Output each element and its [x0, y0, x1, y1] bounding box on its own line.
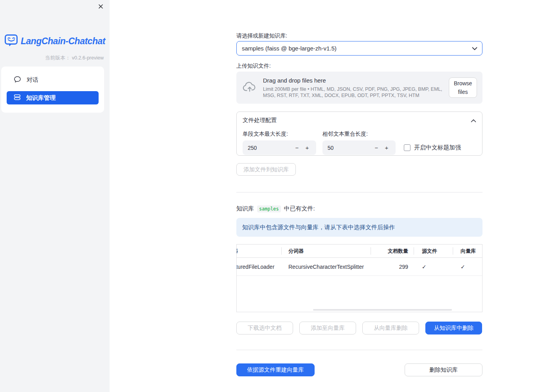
file-config-title: 文件处理配置 — [243, 117, 277, 124]
table-horizontal-scrollbar[interactable] — [313, 309, 452, 311]
download-selected-button[interactable]: 下载选中文档 — [236, 322, 293, 334]
column-header-vector-store[interactable]: 向量库 — [453, 245, 482, 257]
chunk-overlap-increment-button[interactable]: + — [382, 144, 392, 151]
kb-files-table[interactable]: 文档加载器 分词器 文档数量 源文件 向量库 UnstructuredFileL… — [236, 244, 482, 312]
app-title: LangChain-Chatchat — [21, 36, 105, 47]
cell-loader[interactable]: UnstructuredFileLoader — [237, 258, 282, 275]
zh-title-enhance-label: 开启中文标题加强 — [414, 144, 461, 151]
column-header-splitter[interactable]: 分词器 — [282, 245, 371, 257]
file-config-labels: 单段文本最大长度: 相邻文本重合长度: — [243, 131, 476, 137]
chevron-down-icon — [472, 45, 477, 52]
close-icon — [98, 4, 104, 11]
version-value: v0.2.6-preview — [72, 55, 104, 61]
chunk-overlap-label: 相邻文本重合长度: — [322, 131, 368, 137]
add-to-vector-store-button[interactable]: 添加至向量库 — [299, 322, 356, 334]
file-action-buttons: 下载选中文档 添加至向量库 从向量库删除 从知识库中删除 — [236, 322, 482, 334]
sidebar-nav: 对话 知识库管理 — [1, 67, 104, 113]
chunk-overlap-decrement-button[interactable]: − — [371, 144, 382, 151]
browse-files-button[interactable]: Browse files — [449, 77, 477, 98]
dropzone-title: Drag and drop files here — [263, 77, 445, 84]
delete-from-vector-store-button[interactable]: 从向量库删除 — [362, 322, 419, 334]
sidebar-item-label: 知识库管理 — [26, 94, 56, 102]
stacked-collection-icon — [14, 94, 21, 102]
sidebar-item-knowledge-base[interactable]: 知识库管理 — [7, 91, 99, 104]
column-header-loader[interactable]: 文档加载器 — [237, 245, 282, 257]
checkmark-icon: ✓ — [422, 264, 427, 270]
table-row[interactable]: UnstructuredFileLoader RecursiveCharacte… — [237, 258, 482, 276]
sidebar: LangChain-Chatchat 当前版本： v0.2.6-preview … — [0, 0, 110, 392]
version-info: 当前版本： v0.2.6-preview — [45, 54, 104, 61]
zh-title-enhance-checkbox[interactable]: 开启中文标题加强 — [404, 144, 461, 151]
kb-line-prefix: 知识库 — [236, 205, 254, 212]
kb-selectbox-value: samples (faiss @ bge-large-zh-v1.5) — [242, 45, 472, 52]
chat-bubble-icon — [14, 76, 21, 84]
file-dropzone[interactable]: Drag and drop files here Limit 200MB per… — [236, 72, 482, 104]
kb-name-code: samples — [257, 205, 281, 212]
checkbox-box[interactable] — [404, 144, 410, 151]
dropzone-limit-text: Limit 200MB per file • HTML, MD, JSON, C… — [263, 86, 445, 99]
info-alert: 知识库中包含源文件与向量库，请从下表中选择文件后操作 — [236, 218, 482, 237]
sidebar-close-button[interactable] — [97, 3, 104, 11]
chat-smiley-logo-icon — [5, 34, 18, 48]
checkmark-icon: ✓ — [461, 264, 465, 270]
app-logo: LangChain-Chatchat — [5, 34, 105, 48]
info-alert-text: 知识库中包含源文件与向量库，请从下表中选择文件后操作 — [242, 224, 395, 231]
sidebar-item-label: 对话 — [27, 76, 38, 84]
rebuild-vector-store-button[interactable]: 依据源文件重建向量库 — [236, 363, 315, 376]
chunk-overlap-value: 50 — [328, 145, 371, 151]
chunk-overlap-input[interactable]: 50 − + — [322, 140, 396, 155]
kb-line-suffix: 中已有文件: — [284, 205, 315, 212]
delete-kb-button[interactable]: 删除知识库 — [405, 363, 482, 376]
file-config-expander-header[interactable]: 文件处理配置 — [243, 117, 476, 124]
main-content: 请选择或新建知识库: samples (faiss @ bge-large-zh… — [236, 0, 482, 376]
cell-splitter[interactable]: RecursiveCharacterTextSplitter — [282, 258, 371, 275]
column-header-doc-count[interactable]: 文档数量 — [371, 245, 414, 257]
cell-source-file-check[interactable]: ✓ — [414, 258, 453, 275]
table-header-row: 文档加载器 分词器 文档数量 源文件 向量库 — [237, 245, 482, 258]
delete-from-kb-button[interactable]: 从知识库中删除 — [425, 322, 482, 334]
sidebar-item-dialogue[interactable]: 对话 — [7, 74, 99, 86]
kb-select-label: 请选择或新建知识库: — [236, 32, 482, 39]
cell-vector-store-check[interactable]: ✓ — [453, 258, 482, 275]
chunk-size-label: 单段文本最大长度: — [243, 131, 322, 137]
add-files-to-kb-button[interactable]: 添加文件到知识库 — [236, 163, 296, 176]
column-header-source-file[interactable]: 源文件 — [414, 245, 453, 257]
file-config-controls: 250 − + 50 − + 开启中文标题加强 — [243, 140, 476, 155]
cloud-upload-icon — [243, 81, 257, 94]
chunk-size-input[interactable]: 250 − + — [243, 140, 316, 155]
divider — [236, 192, 482, 192]
chunk-size-decrement-button[interactable]: − — [292, 144, 302, 151]
upload-label: 上传知识文件: — [236, 63, 482, 69]
dropzone-text: Drag and drop files here Limit 200MB per… — [263, 77, 449, 99]
kb-action-buttons: 依据源文件重建向量库 删除知识库 — [236, 363, 482, 376]
cell-doc-count[interactable]: 299 — [371, 258, 414, 275]
file-config-expander: 文件处理配置 单段文本最大长度: 相邻文本重合长度: 250 − + 50 − … — [236, 111, 482, 156]
chunk-size-value: 250 — [248, 145, 292, 151]
kb-existing-files-line: 知识库 samples 中已有文件: — [236, 205, 482, 212]
chevron-up-icon — [471, 117, 476, 124]
divider — [236, 350, 482, 350]
version-label: 当前版本： — [45, 55, 70, 61]
chunk-size-increment-button[interactable]: + — [302, 144, 312, 151]
kb-selectbox[interactable]: samples (faiss @ bge-large-zh-v1.5) — [236, 41, 482, 56]
